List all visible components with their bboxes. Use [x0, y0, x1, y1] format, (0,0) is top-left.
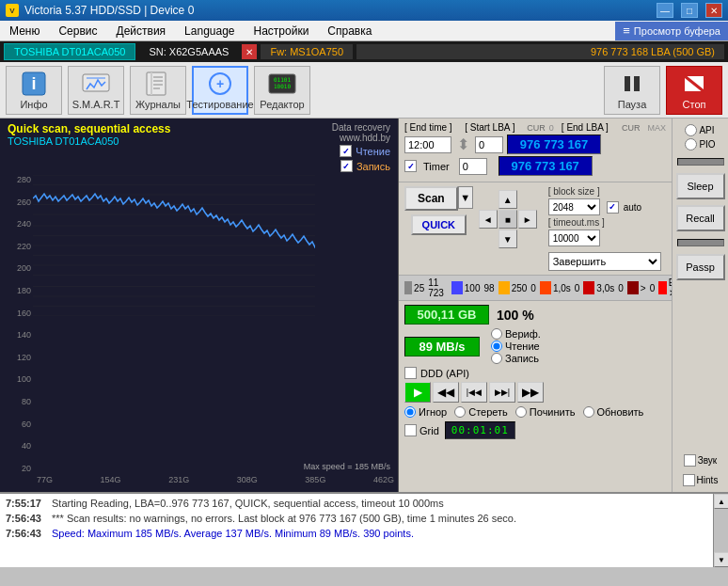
stat-25-label: 25 — [414, 283, 424, 293]
buffer-view-button[interactable]: ≡ Просмотр буфера — [615, 22, 728, 40]
skip-fwd-button[interactable]: ▶▶| — [489, 382, 515, 403]
stop-button[interactable]: Стоп — [666, 66, 722, 115]
passp-button[interactable]: Passp — [676, 254, 725, 280]
log-text-3: Speed: Maximum 185 MB/s. Average 137 MB/… — [52, 528, 414, 539]
arrow-topright-empty — [518, 190, 537, 209]
log-text-1: Starting Reading, LBA=0..976 773 167, QU… — [52, 498, 444, 509]
read-checkbox[interactable] — [340, 145, 352, 157]
graph-svg — [33, 175, 315, 316]
arrow-center-button[interactable]: ■ — [499, 210, 517, 229]
sound-item: Звук — [684, 454, 718, 467]
menu-settings[interactable]: Настройки — [245, 21, 319, 40]
side-slider2[interactable] — [677, 239, 724, 246]
write-checkbox[interactable] — [340, 160, 353, 172]
hints-checkbox[interactable] — [683, 474, 695, 486]
auto-label: auto — [624, 202, 641, 213]
scan-button[interactable]: Scan — [404, 186, 458, 211]
max-label: MAX — [647, 123, 666, 133]
buffer-icon: ≡ — [623, 24, 630, 38]
fast-fwd-button[interactable]: ▶▶ — [517, 382, 544, 403]
update-label: Обновить — [597, 406, 644, 418]
arrow-left-button[interactable]: ◄ — [479, 210, 498, 229]
quick-button[interactable]: QUICK — [411, 214, 467, 235]
scroll-track[interactable] — [714, 509, 728, 552]
scroll-up-button[interactable]: ▲ — [714, 494, 728, 509]
lba-values-row: ⬍ 976 773 167 — [404, 135, 666, 154]
grid-section: Grid 00:01:01 — [399, 420, 672, 441]
menu-actions[interactable]: Действия — [107, 21, 176, 40]
block-size-select[interactable]: 2048 512 1024 4096 — [548, 198, 600, 215]
stat-100: 100 98 — [451, 281, 495, 294]
grid-checkbox[interactable] — [404, 424, 417, 436]
read-write-radio: Вериф. Чтение Запись — [491, 328, 541, 364]
cur-label: CUR — [527, 123, 546, 133]
finish-select[interactable]: Завершить — [548, 252, 661, 271]
start-lba-input[interactable] — [475, 136, 503, 153]
read-radio[interactable] — [491, 341, 502, 352]
scan-dropdown[interactable]: ▼ — [458, 186, 473, 209]
timer-label: Timer — [423, 161, 450, 172]
menu-language[interactable]: Language — [175, 21, 244, 40]
api-radio[interactable] — [685, 124, 697, 136]
close-button[interactable]: ✕ — [705, 3, 722, 18]
auto-checkbox[interactable] — [607, 201, 619, 214]
action-section: Игнор Стереть Починить Обновить — [399, 404, 672, 420]
end-time-input[interactable] — [404, 136, 451, 153]
svg-rect-4 — [147, 72, 166, 95]
arrow-down-button[interactable]: ▼ — [499, 230, 517, 248]
svg-text:10010: 10010 — [274, 83, 291, 89]
journals-button[interactable]: Журналы — [130, 66, 186, 115]
info-button[interactable]: i Инфо — [6, 66, 62, 115]
stat-1s-val: 0 — [575, 283, 580, 293]
verify-label: Вериф. — [505, 328, 541, 340]
sound-checkbox[interactable] — [684, 454, 696, 467]
verify-radio[interactable] — [491, 328, 502, 340]
erase-radio[interactable] — [454, 406, 466, 418]
arrow-right-button[interactable]: ► — [518, 210, 537, 229]
ignore-label: Игнор — [419, 406, 447, 418]
recall-button[interactable]: Recall — [676, 205, 725, 231]
stat-3s: 3,0s 0 — [583, 281, 623, 294]
stat-250-label: 250 — [512, 283, 528, 293]
scroll-down-button[interactable]: ▼ — [714, 552, 728, 567]
pio-radio[interactable] — [685, 138, 697, 150]
log-line-3: 7:56:43 Speed: Maximum 185 MB/s. Average… — [6, 526, 707, 541]
smart-button[interactable]: S.M.A.R.T — [68, 66, 124, 115]
max-speed-label: Max speed = 185 MB/s — [304, 462, 390, 471]
ignore-radio[interactable] — [404, 406, 416, 418]
smart-label: S.M.A.R.T — [72, 99, 120, 110]
speed-section: 500,11 GB 100 % — [399, 303, 672, 326]
stat-100-color — [451, 281, 463, 294]
timeout-input-row: 10000 5000 15000 — [548, 230, 661, 246]
lba-section: [ End time ] [ Start LBA ] CUR 0 [ End L… — [399, 119, 672, 182]
pause-button[interactable]: Пауза — [604, 66, 660, 115]
radio-fix: Починить — [515, 406, 576, 418]
menu-service[interactable]: Сервис — [49, 21, 106, 40]
fix-radio[interactable] — [515, 406, 527, 418]
stat-gt-label: > — [641, 283, 646, 293]
timer-row: Timer 976 773 167 — [404, 156, 666, 176]
write-radio[interactable] — [491, 353, 502, 364]
timer-input[interactable] — [459, 158, 487, 175]
minimize-button[interactable]: — — [657, 3, 673, 18]
editor-button[interactable]: 01101 10010 Редактор — [254, 66, 310, 115]
play-button[interactable]: ▶ — [404, 382, 431, 403]
maximize-button[interactable]: □ — [681, 3, 698, 18]
update-radio[interactable] — [583, 406, 594, 418]
menu-menu[interactable]: Меню — [0, 21, 49, 40]
drive-tab[interactable]: TOSHIBA DT01ACA050 — [4, 43, 135, 60]
speed-section2: 89 MB/s Вериф. Чтение Запись — [399, 326, 672, 366]
drive-close-button[interactable]: ✕ — [242, 44, 257, 59]
ddd-checkbox[interactable] — [404, 367, 417, 379]
params-area: [ block size ] 2048 512 1024 4096 auto [… — [548, 186, 661, 271]
menu-help[interactable]: Справка — [318, 21, 381, 40]
skip-back-button[interactable]: |◀◀ — [461, 382, 487, 403]
timer-checkbox[interactable] — [404, 160, 417, 172]
timeout-select[interactable]: 10000 5000 15000 — [548, 230, 600, 246]
test-button[interactable]: + Тестирование — [192, 66, 248, 115]
arrow-bottomright-empty — [518, 230, 537, 248]
arrow-up-button[interactable]: ▲ — [499, 190, 517, 209]
api-pio-slider[interactable] — [677, 158, 724, 166]
sleep-button[interactable]: Sleep — [676, 173, 725, 199]
rewind-button[interactable]: ◀◀ — [433, 382, 459, 403]
